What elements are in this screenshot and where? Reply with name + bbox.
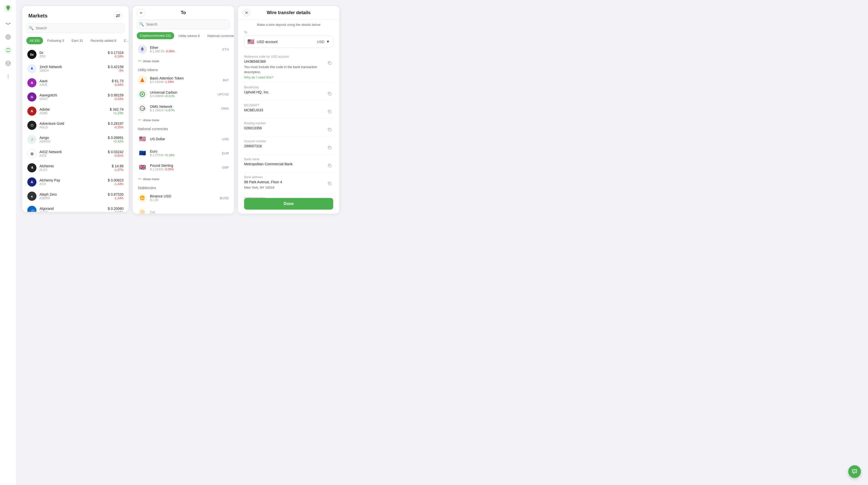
currency-row[interactable]: 🇺🇸 US Dollar USD (133, 132, 234, 146)
more-icon[interactable] (5, 73, 12, 80)
asset-info: 1inch Network 1INCH (39, 65, 108, 72)
currency-name: Basic Attention Token (150, 76, 223, 80)
show-more-crypto[interactable]: ··· show more (133, 57, 234, 66)
copy-account-number-button[interactable] (326, 144, 333, 151)
asset-row[interactable]: ⚡ Aergo AERGO $ 0.09891 +2.42% (22, 132, 129, 147)
asset-info: Adobe ADBE (39, 107, 110, 115)
svg-rect-25 (329, 165, 331, 167)
currency-name: Ether (150, 45, 222, 50)
show-more-national[interactable]: ··· show more (133, 174, 234, 184)
bank-name-row: Bank name Metropolitan Commercial Bank (244, 154, 333, 172)
filter-tab-earn[interactable]: Earn 31 (68, 37, 87, 44)
logo-icon[interactable] (4, 4, 12, 12)
account-number-row: Account number 299007316 (244, 136, 333, 154)
currency-icon-gbp: 🇬🇧 (138, 163, 147, 172)
asset-info: Aave AAVE (39, 79, 112, 87)
currency-price: $ 1,340.59 -0.08% (150, 50, 222, 53)
asset-symbol: AZERO (39, 196, 108, 200)
asset-row[interactable]: 1inch Network 1INCH $ 0.42158 -3% (22, 62, 129, 76)
asset-symbol: 1INCH (39, 69, 108, 72)
asset-row[interactable]: A Aave AAVE $ 61.73 -0.64% (22, 76, 129, 90)
asset-row[interactable]: A Adobe ADBE $ 342.74 +1.23% (22, 104, 129, 118)
asset-row[interactable]: A Alchemy Pay ACH $ 0.00823 -1.44% (22, 175, 129, 189)
copy-routing-button[interactable] (326, 126, 333, 133)
sidebar (0, 0, 16, 485)
bank-name-label: Bank name (244, 157, 333, 161)
asset-icon-algo (27, 206, 36, 212)
filter-tab-c[interactable]: C... (121, 37, 129, 44)
account-selector[interactable]: 🇺🇸 USD account USD ▼ (244, 36, 333, 48)
asset-row[interactable]: ▲ Aleph Zero AZERO $ 0.87530 -1.24% (22, 189, 129, 203)
copy-bank-address-button[interactable] (326, 180, 333, 187)
main-content: Markets 🔍 All 330 Following 3 Earn 31 Re… (16, 0, 868, 485)
filter-tab-recently[interactable]: Recently added 8 (87, 37, 120, 44)
currency-name: OMG Network (150, 104, 221, 108)
asset-info: 0x ZRX (39, 51, 108, 58)
wire-close-button[interactable]: ✕ (242, 9, 251, 17)
currency-row[interactable]: 🇪🇺 Euro $ 1.07535 +0.18% EUR (133, 146, 234, 160)
chat-button[interactable] (848, 465, 861, 478)
asset-row[interactable]: ⚗ Alchemix ALCX $ 14.86 -1.07% (22, 161, 129, 175)
asset-row[interactable]: G Aavegotchi GHST $ 0.99159 -0.53% (22, 90, 129, 104)
currency-ticker: EUR (222, 151, 229, 155)
currency-ticker: ETH (222, 47, 229, 52)
asset-symbol: GHST (39, 97, 108, 101)
asset-name: Alchemy Pay (39, 178, 108, 182)
currency-row[interactable]: Dai (133, 205, 234, 214)
copy-beneficiary-button[interactable] (326, 90, 333, 97)
svg-rect-23 (329, 129, 331, 131)
trade-icon[interactable] (5, 46, 12, 54)
to-filter-tab-national[interactable]: National currencies 26 (204, 32, 234, 39)
account-number-label: Account number (244, 139, 333, 143)
asset-row[interactable]: ⬡ Adventure Gold AGLD $ 0.28197 -0.35% (22, 118, 129, 132)
reference-code-link[interactable]: Why do I need this? (244, 75, 326, 79)
to-search-icon: 🔍 (139, 22, 144, 27)
currency-ticker: UPCO2 (218, 92, 229, 96)
to-filter-tab-crypto[interactable]: Cryptocurrencies 222 (137, 32, 174, 39)
asset-row[interactable]: Algorand ALGO $ 0.20060 -1.64% (22, 203, 129, 212)
currency-row[interactable]: Ether $ 1,340.59 -0.08% ETH (133, 42, 234, 57)
filter-tab-following[interactable]: Following 3 (44, 37, 67, 44)
sort-button[interactable] (114, 11, 123, 20)
markets-search-input[interactable] (26, 23, 125, 33)
currency-row[interactable]: Basic Attention Token $ 0.19446 -1.59% B… (133, 73, 234, 87)
asset-price: $ 0.28197 -0.35% (108, 122, 124, 129)
asset-row[interactable]: 0x 0x ZRX $ 0.17318 -0.18% (22, 47, 129, 62)
portfolio-icon[interactable] (5, 33, 12, 40)
reference-code-sub: You must include this code in the bank t… (244, 65, 326, 74)
filter-tab-all[interactable]: All 330 (26, 37, 43, 44)
to-dropdown-button[interactable] (137, 9, 145, 17)
asset-icon-azero: ▲ (27, 192, 36, 201)
bank-address-label: Bank address (244, 175, 333, 179)
svg-rect-24 (329, 147, 331, 149)
copy-bank-name-button[interactable] (326, 162, 333, 169)
currency-row[interactable]: OMG OMG Network $ 1.15814 +1.87% OMG (133, 101, 234, 116)
community-icon[interactable] (5, 60, 12, 67)
currency-row[interactable]: Universal Carbon $ 9.39899 +0.01% UPCO2 (133, 87, 234, 101)
asset-info: Alchemix ALCX (39, 164, 112, 172)
currency-row[interactable]: BUS Binance USD $ 1.00 BUSD (133, 191, 234, 205)
asset-price: $ 0.87530 -1.24% (108, 192, 124, 200)
show-more-utility[interactable]: ··· show more (133, 116, 234, 125)
currency-info: Universal Carbon $ 9.39899 +0.01% (150, 90, 218, 98)
asset-price: $ 0.42158 -3% (108, 65, 124, 72)
bank-address-row: Bank address 99 Park Avenue, Floor 4 New… (244, 172, 333, 193)
to-filter-tab-utility[interactable]: Utility tokens 6 (175, 32, 203, 39)
wire-transfer-subtitle: Make a wire deposit using the details be… (238, 20, 339, 27)
asset-row[interactable]: ◎ AIOZ Network AIOZ $ 0.03242 -0.81% (22, 147, 129, 161)
currency-name: US Dollar (150, 137, 222, 141)
wire-transfer-title: Wire transfer details (267, 10, 311, 15)
currency-list: Ether $ 1,340.59 -0.08% ETH ··· show mor… (133, 42, 234, 214)
currency-icon-omg: OMG (138, 104, 147, 113)
copy-reference-button[interactable] (326, 60, 333, 67)
currency-icon-dai (138, 207, 147, 214)
asset-icon-ach: A (27, 177, 36, 187)
done-button[interactable]: Done (244, 198, 333, 209)
asset-name: Aavegotchi (39, 93, 108, 97)
currency-icon-bat (138, 75, 147, 85)
currency-row[interactable]: 🇬🇧 Pound Sterling $ 1.21402 -0.05% GBP (133, 160, 234, 174)
settlement-section: Settlement time 2 - 5 business days (244, 193, 333, 198)
activity-icon[interactable] (5, 20, 12, 27)
to-search-input[interactable] (137, 20, 230, 29)
copy-bic-button[interactable] (326, 108, 333, 115)
